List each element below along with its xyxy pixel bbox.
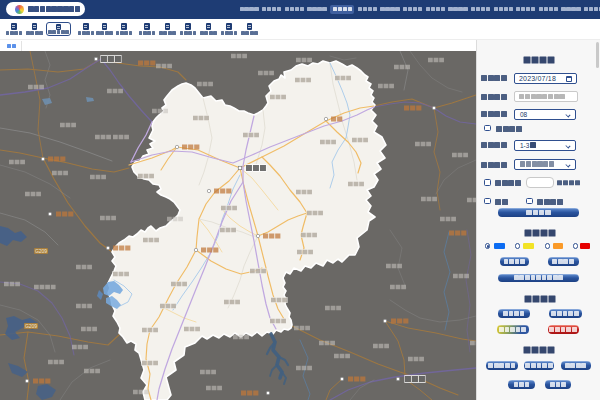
svg-text:G209: G209 — [25, 323, 37, 329]
svg-text:G209: G209 — [35, 248, 47, 254]
